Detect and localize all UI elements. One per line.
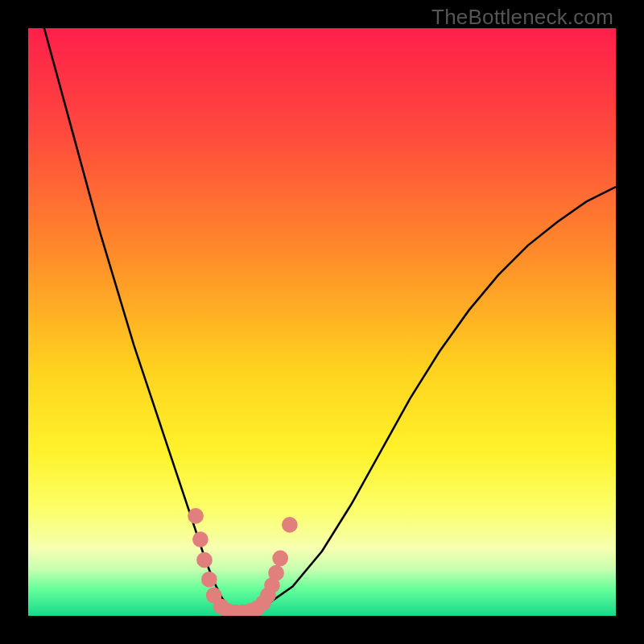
curve-marker [268, 565, 284, 581]
curve-marker [188, 508, 204, 524]
marker-group [188, 508, 298, 616]
curve-layer [28, 28, 616, 616]
curve-marker [196, 552, 213, 568]
curve-marker [282, 517, 298, 533]
curve-marker [192, 531, 208, 547]
curve-marker [201, 572, 217, 588]
watermark-text: TheBottleneck.com [431, 5, 613, 30]
bottleneck-curve [28, 28, 616, 613]
plot-area [28, 28, 616, 616]
curve-marker [272, 551, 288, 567]
chart-frame: TheBottleneck.com [0, 0, 644, 644]
